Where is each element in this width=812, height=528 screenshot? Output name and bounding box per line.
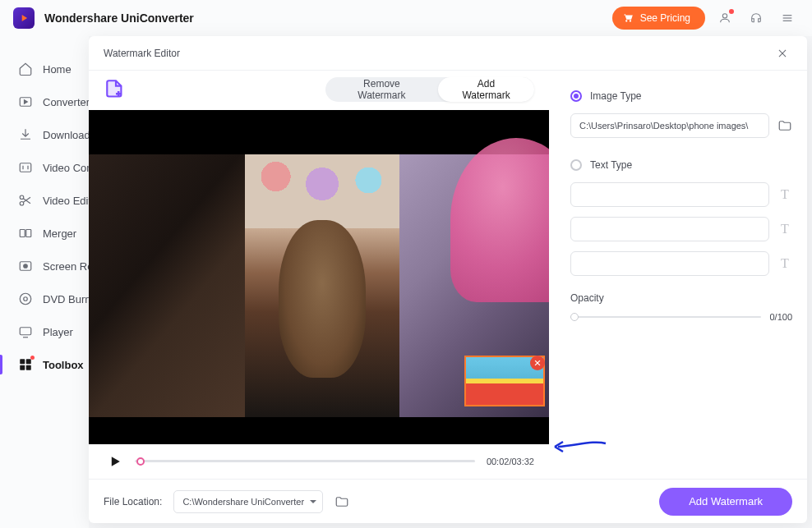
compress-icon: [18, 160, 33, 175]
sidebar-item-label: Converter: [43, 96, 90, 108]
svg-rect-16: [26, 359, 31, 364]
svg-point-7: [20, 202, 24, 206]
sidebar-item-converter[interactable]: Converter: [0, 85, 89, 118]
svg-rect-9: [26, 230, 31, 237]
text-style-icon[interactable]: T: [777, 222, 792, 236]
tab-add-watermark[interactable]: Add Watermark: [438, 77, 534, 102]
modal-footer: File Location: C:\Wondershare UniConvert…: [89, 479, 807, 523]
menu-icon[interactable]: [776, 7, 799, 30]
text-style-icon[interactable]: T: [777, 256, 792, 271]
record-icon: [18, 259, 33, 273]
browse-image-button[interactable]: [777, 118, 792, 133]
watermark-settings-panel: Image Type Text Type T T: [549, 71, 807, 479]
modal-title: Watermark Editor: [104, 48, 180, 59]
app-title: Wondershare UniConverter: [44, 11, 194, 25]
sidebar-item-label: Toolbox: [43, 359, 84, 371]
watermark-text-input-3[interactable]: [570, 251, 769, 276]
account-icon[interactable]: [713, 7, 736, 30]
svg-point-0: [722, 14, 727, 18]
opacity-label: Opacity: [570, 292, 792, 304]
modal-header: Watermark Editor: [89, 36, 807, 71]
close-button[interactable]: [773, 44, 792, 63]
support-icon[interactable]: [745, 7, 768, 30]
svg-point-13: [24, 297, 28, 301]
file-location-label: File Location:: [104, 496, 162, 507]
file-location-select[interactable]: C:\Wondershare UniConverter: [173, 490, 323, 513]
see-pricing-button[interactable]: See Pricing: [612, 7, 705, 30]
video-preview[interactable]: [89, 110, 549, 444]
download-icon: [18, 127, 33, 142]
timeline-knob[interactable]: [136, 457, 145, 466]
sidebar-item-recorder[interactable]: Screen Recorder: [0, 250, 89, 282]
watermark-overlay[interactable]: [464, 356, 545, 406]
sidebar-item-editor[interactable]: Video Editor: [0, 184, 89, 217]
scissors-icon: [18, 193, 33, 208]
cart-icon: [622, 12, 634, 24]
timeline-slider[interactable]: [135, 460, 475, 462]
remove-watermark-overlay-button[interactable]: [530, 356, 545, 370]
sidebar-item-dvd[interactable]: DVD Burner: [0, 282, 89, 315]
home-icon: [18, 62, 33, 76]
sidebar: Home Converter Downloader Video Compress…: [0, 36, 89, 528]
toolbox-icon: [18, 357, 33, 372]
sidebar-item-label: Player: [43, 326, 73, 338]
svg-point-11: [24, 264, 28, 269]
image-type-radio[interactable]: [570, 90, 582, 102]
disc-icon: [18, 292, 33, 306]
play-button[interactable]: [107, 453, 123, 470]
text-type-radio[interactable]: [570, 159, 582, 171]
opacity-slider[interactable]: [570, 316, 761, 318]
time-display: 00:02/03:32: [487, 457, 534, 466]
opacity-value: 0/100: [769, 312, 792, 322]
sidebar-item-player[interactable]: Player: [0, 315, 89, 348]
annotation-arrow: [553, 438, 607, 455]
image-path-input[interactable]: [570, 113, 769, 138]
player-icon: [18, 324, 33, 339]
sidebar-item-label: Merger: [43, 227, 76, 240]
svg-rect-17: [20, 365, 25, 370]
watermark-text-input-1[interactable]: [570, 182, 769, 207]
sidebar-item-label: Home: [43, 63, 72, 76]
watermark-text-input-2[interactable]: [570, 217, 769, 241]
add-file-icon[interactable]: [104, 78, 125, 101]
merge-icon: [18, 226, 33, 241]
watermark-editor-modal: Watermark Editor Remove Watermark Add Wa…: [89, 36, 807, 523]
text-type-label: Text Type: [590, 159, 632, 171]
play-bar: 00:02/03:32: [89, 444, 549, 479]
watermark-mode-tabs: Remove Watermark Add Watermark: [325, 77, 534, 102]
svg-rect-8: [20, 230, 25, 237]
notification-dot: [729, 9, 734, 14]
sidebar-item-merger[interactable]: Merger: [0, 217, 89, 250]
sidebar-item-home[interactable]: Home: [0, 53, 89, 85]
tab-remove-watermark[interactable]: Remove Watermark: [325, 77, 438, 102]
sidebar-item-compressor[interactable]: Video Compressor: [0, 151, 89, 184]
text-style-icon[interactable]: T: [777, 187, 792, 202]
opacity-slider-knob[interactable]: [570, 313, 579, 321]
svg-rect-18: [26, 365, 31, 370]
sidebar-item-toolbox[interactable]: Toolbox: [0, 348, 89, 381]
svg-rect-5: [20, 163, 31, 172]
sidebar-item-downloader[interactable]: Downloader: [0, 118, 89, 151]
converter-icon: [18, 94, 33, 109]
top-bar: Wondershare UniConverter See Pricing: [0, 0, 812, 36]
image-type-label: Image Type: [590, 90, 641, 102]
add-watermark-button[interactable]: Add Watermark: [659, 488, 792, 516]
svg-rect-15: [20, 359, 25, 364]
svg-point-6: [20, 195, 24, 200]
svg-point-12: [20, 293, 31, 305]
svg-rect-14: [20, 328, 31, 335]
app-logo: [13, 7, 35, 29]
browse-location-button[interactable]: [334, 494, 349, 509]
